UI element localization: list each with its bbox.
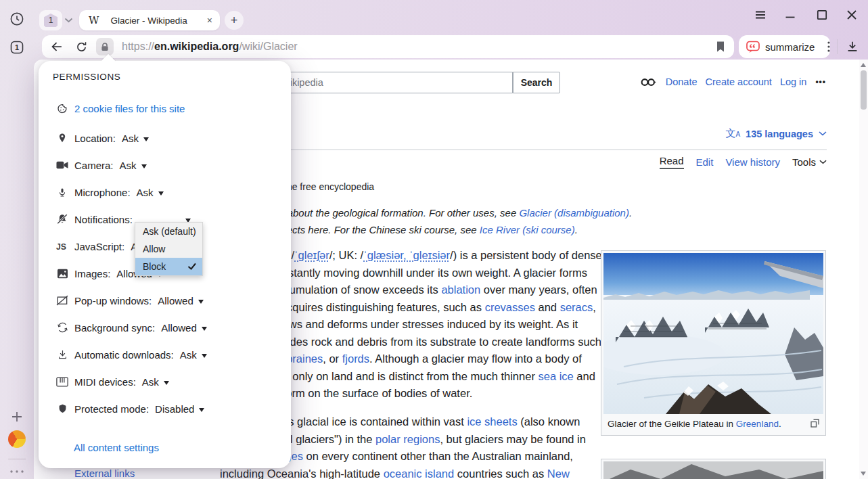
wiki-link[interactable]: New [547,467,570,479]
chevron-down-icon [819,160,827,164]
wiki-link[interactable]: ablation [441,283,480,296]
downloads-icon[interactable] [843,37,862,56]
tab-edit[interactable]: Edit [696,156,714,168]
appearance-icon[interactable] [641,77,657,87]
dropdown-caret-icon[interactable] [202,354,207,358]
thumbnail-caption: Glacier of the Geikie Plateau in Greenla… [603,414,823,433]
new-tab-button[interactable]: + [225,11,244,30]
permission-value[interactable]: Disabled [155,403,194,415]
wiki-link[interactable]: crevasses [485,301,535,313]
tab-glacier-wikipedia[interactable]: W Glacier - Wikipedia × [79,10,220,30]
back-icon[interactable] [47,37,66,56]
permission-value[interactable]: Allowed [161,322,197,334]
glacier-photo [603,253,823,414]
dropdown-option-ask-default[interactable]: Ask (default) [135,223,202,240]
permission-row-automatic-downloads: Automatic downloads:Ask [56,341,283,368]
close-icon[interactable] [844,7,860,23]
wiki-link[interactable]: polar regions [375,433,440,445]
left-sidebar: 1 [0,0,34,479]
tab-view-history[interactable]: View history [725,156,780,168]
scroll-down-icon[interactable] [861,472,866,476]
scroll-up-icon[interactable] [861,63,866,67]
tab-group-chip[interactable]: 1 [39,10,62,30]
minimize-icon[interactable] [782,7,798,23]
wiki-link[interactable]: ice sheets [467,415,517,428]
workspace-icon[interactable]: 1 [9,39,25,55]
bookmark-icon[interactable] [715,41,726,53]
permission-value[interactable]: Ask [137,187,154,198]
expand-image-icon[interactable] [810,419,819,428]
tab-read[interactable]: Read [660,155,684,169]
maximize-icon[interactable] [814,7,830,23]
permission-value[interactable]: Ask [180,349,197,361]
lock-icon[interactable] [96,38,114,55]
dropdown-option-block[interactable]: Block [135,258,202,275]
languages-button[interactable]: 文A 135 languages [725,127,827,140]
address-bar[interactable]: https://en.wikipedia.org/wiki/Glacier [42,35,734,58]
tab-close-icon[interactable]: × [207,15,212,26]
glacier-thumbnail[interactable]: Glacier of the Geikie Plateau in Greenla… [601,250,826,436]
header-more-icon[interactable]: ••• [815,77,826,87]
toc-item-external-links[interactable]: External links [74,467,135,479]
permission-value[interactable]: Ask [122,133,139,144]
javascript-icon: JS [56,240,68,253]
dropdown-caret-icon[interactable] [158,191,164,196]
summarize-button[interactable]: summarize [739,35,830,58]
summarize-kebab-icon[interactable] [827,41,830,52]
url-text[interactable]: https://en.wikipedia.org/wiki/Glacier [122,41,298,53]
image-icon [56,267,68,280]
dropdown-caret-icon[interactable] [199,408,204,412]
dropdown-caret-icon[interactable] [143,137,149,141]
dropdown-caret-icon[interactable] [164,381,169,385]
tab-group-chevron-icon[interactable] [64,18,73,23]
history-icon[interactable] [9,11,25,27]
wiki-link[interactable]: fjords [342,352,369,365]
header-link-log-in[interactable]: Log in [780,76,807,87]
permission-label: MIDI devices: [74,376,136,388]
pronunciation-link[interactable]: ˈɡlæsiər, ˈɡleɪsiər [363,249,450,261]
yandex-app-icon[interactable] [8,430,26,448]
permission-label: Microphone: [74,187,131,198]
rail-divider [8,459,26,459]
permission-label: Automatic downloads: [74,349,174,361]
dropdown-caret-icon[interactable] [198,300,204,304]
location-pin-icon [56,131,68,145]
permission-value[interactable]: Ask [142,376,159,388]
permission-row-background-sync: Background sync:Allowed [56,314,283,341]
dropdown-option-allow[interactable]: Allow [135,240,202,258]
permissions-title: PERMISSIONS [53,72,120,82]
cookies-link-row[interactable]: 2 cookie files for this site [56,100,185,116]
midi-icon [56,375,68,388]
pronunciation-link[interactable]: ˈɡleɪʃər [294,249,329,261]
browser-window: 1 1 W Glacier - Wikipedia × + [0,0,868,479]
wiki-link[interactable]: Glacier (disambiguation) [519,207,629,219]
permission-label: Notifications: [74,214,133,225]
dropdown-caret-icon[interactable] [141,164,147,168]
reload-icon[interactable] [72,37,91,56]
page-scrollbar[interactable] [859,60,868,479]
scrollbar-thumb[interactable] [861,70,867,110]
all-content-settings-link[interactable]: All content settings [74,442,159,453]
permission-label: Background sync: [74,322,155,334]
wiki-link[interactable]: sea ice [538,370,573,382]
browser-menu-icon[interactable] [752,7,769,23]
tab-tools[interactable]: Tools [792,156,827,168]
chevron-down-icon [819,131,827,136]
cookies-link[interactable]: 2 cookie files for this site [74,103,185,114]
wikipedia-header: DonateCreate accountLog in ••• [641,76,826,87]
wiki-link[interactable]: Ice River (ski course) [480,224,575,235]
dropdown-caret-icon[interactable] [202,327,207,331]
rail-more-icon[interactable] [9,463,25,479]
header-link-create-account[interactable]: Create account [706,76,772,87]
wiki-link[interactable]: oceanic island [384,467,455,479]
wiki-link[interactable]: Greenland [736,419,779,429]
add-panel-icon[interactable] [9,409,25,425]
permission-value[interactable]: Allowed [158,295,193,306]
header-link-donate[interactable]: Donate [666,76,698,87]
second-thumbnail[interactable] [601,459,826,479]
wiki-link[interactable]: seracs [560,301,593,313]
permission-value[interactable]: Ask [120,160,137,171]
search-button[interactable]: Search [513,72,560,93]
background-sync-icon [56,321,68,334]
notifications-dropdown-menu: Ask (default)AllowBlock [135,222,203,276]
